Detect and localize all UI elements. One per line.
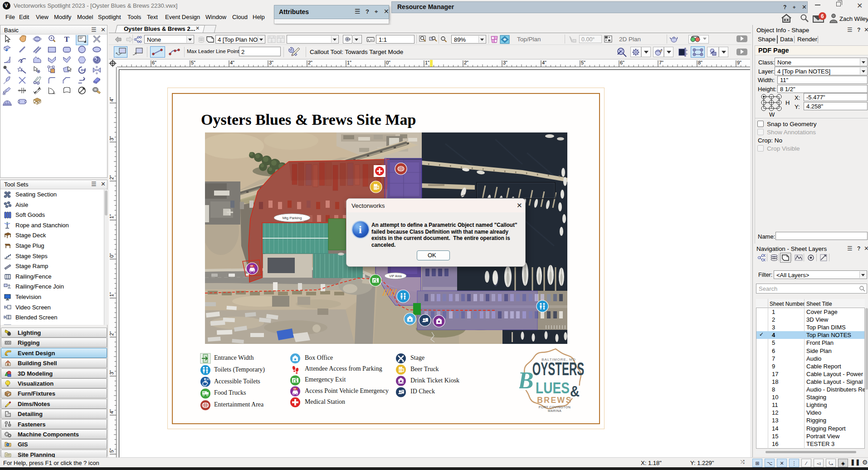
svg-text:MARINA: MARINA bbox=[548, 409, 561, 412]
svg-text:VA: VA bbox=[293, 388, 297, 390]
svg-text:OYSTERS: OYSTERS bbox=[532, 359, 585, 379]
svg-text:LUES: LUES bbox=[536, 379, 570, 397]
svg-text:T: T bbox=[64, 35, 70, 44]
svg-text:B: B bbox=[519, 367, 534, 393]
svg-text:BREWS: BREWS bbox=[537, 396, 572, 405]
svg-text:WC: WC bbox=[206, 378, 210, 381]
svg-text:PORT COVINGTON: PORT COVINGTON bbox=[539, 406, 571, 409]
